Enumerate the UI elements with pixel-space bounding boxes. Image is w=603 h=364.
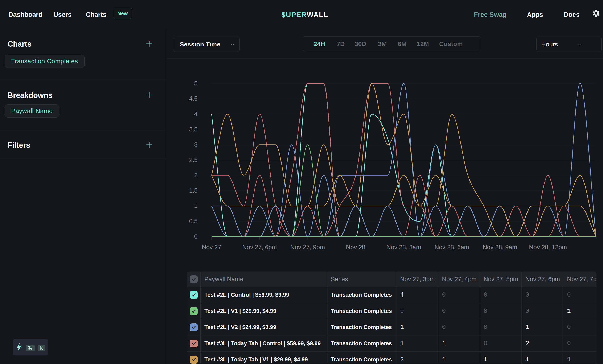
svg-text:4: 4: [194, 111, 198, 117]
svg-text:Nov 28, 3am: Nov 28, 3am: [386, 244, 421, 250]
svg-text:0.5: 0.5: [189, 218, 198, 225]
svg-text:3: 3: [194, 141, 198, 148]
svg-text:3.5: 3.5: [189, 126, 198, 133]
svg-text:4.5: 4.5: [189, 95, 198, 102]
svg-text:Nov 27: Nov 27: [202, 244, 221, 250]
svg-text:2: 2: [194, 172, 198, 178]
svg-text:Nov 27, 9pm: Nov 27, 9pm: [290, 244, 325, 250]
svg-text:Nov 28, 6am: Nov 28, 6am: [435, 244, 469, 250]
svg-text:5: 5: [194, 80, 198, 87]
svg-text:1: 1: [194, 202, 198, 209]
svg-text:Nov 27, 6pm: Nov 27, 6pm: [242, 244, 277, 250]
svg-text:Nov 28, 9am: Nov 28, 9am: [483, 244, 517, 250]
svg-text:2.5: 2.5: [189, 157, 198, 163]
svg-text:Nov 28, 12pm: Nov 28, 12pm: [529, 244, 567, 250]
svg-text:Nov 28: Nov 28: [346, 244, 365, 250]
svg-text:1.5: 1.5: [189, 187, 198, 194]
svg-text:0: 0: [194, 233, 198, 240]
